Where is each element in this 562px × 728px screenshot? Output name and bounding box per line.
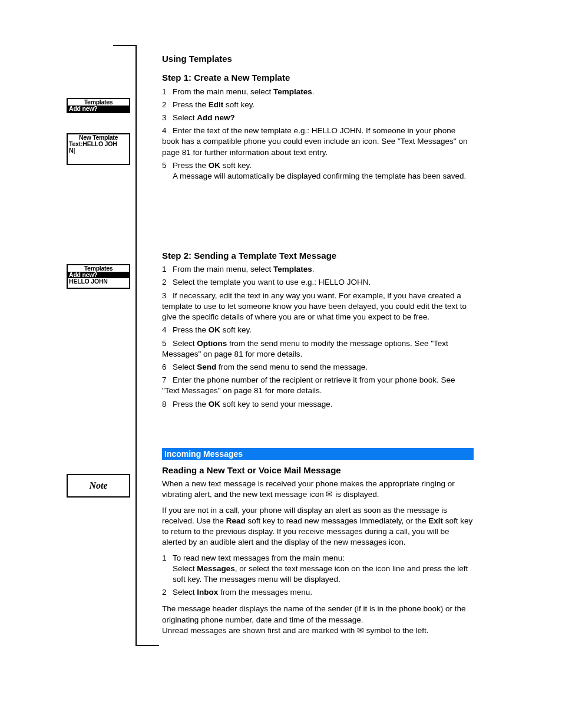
- list-item: 6Select Send from the send menu to send …: [162, 362, 474, 373]
- divider-bottom-cap: [135, 645, 159, 646]
- heading-read-new: Reading a New Text or Voice Mail Message: [162, 465, 474, 476]
- list-item: 3Select Add new?: [162, 113, 474, 123]
- list-item: 1To read new text messages from the main…: [162, 553, 474, 585]
- lcd-row: HELLO JOHN: [68, 278, 129, 285]
- vertical-divider: [135, 45, 137, 646]
- paragraph: When a new text message is received your…: [162, 479, 474, 500]
- list-item: 1From the main menu, select Templates.: [162, 264, 474, 275]
- step1-list: 1From the main menu, select Templates. 2…: [162, 87, 474, 182]
- list-item: 4Press the OK soft key.: [162, 325, 474, 335]
- paragraph: The message header displays the name of …: [162, 604, 474, 625]
- list-item: 8Press the OK soft key to send your mess…: [162, 399, 474, 410]
- section-bar-incoming-messages: Incoming Messages: [162, 448, 474, 460]
- list-item: 5Select Options from the send menu to mo…: [162, 338, 474, 360]
- lcd-row-selected: Add new?: [68, 106, 129, 112]
- divider-top-cap: [113, 45, 137, 46]
- step2-list: 1From the main menu, select Templates. 2…: [162, 264, 474, 410]
- list-item: 5Press the OK soft key.A message will au…: [162, 160, 474, 182]
- section-bar-label: Incoming Messages: [164, 449, 243, 459]
- list-item: 3If necessary, edit the text in any way …: [162, 291, 474, 323]
- list-item: 2Select the template you want to use e.g…: [162, 277, 474, 288]
- section-step2: Step 2: Sending a Template Text Message …: [162, 250, 474, 412]
- message-icon: ✉: [326, 490, 333, 499]
- section-incoming: Reading a New Text or Voice Mail Message…: [162, 463, 474, 636]
- note-callout-box: Note: [67, 474, 130, 498]
- lcd-text-line1: Text:HELLO JOH: [68, 141, 129, 147]
- section-using-templates: Using Templates Step 1: Create a New Tem…: [162, 53, 474, 184]
- heading-step2: Step 2: Sending a Template Text Message: [162, 250, 474, 262]
- list-item: 1From the main menu, select Templates.: [162, 87, 474, 97]
- lcd-text-line2: N|: [68, 147, 129, 154]
- lcd-new-template: New Template Text:HELLO JOH N|: [67, 133, 130, 165]
- list-item: 4Enter the text of the new template e.g.…: [162, 126, 474, 158]
- lcd-templates-addnew: Templates Add new?: [67, 98, 130, 113]
- heading-using-templates: Using Templates: [162, 53, 474, 65]
- incoming-steps: 1To read new text messages from the main…: [162, 553, 474, 598]
- note-paragraph: If you are not in a call, your phone wil…: [162, 505, 474, 548]
- lcd-templates-list: Templates Add new? HELLO JOHN: [67, 264, 130, 289]
- list-item: 2Press the Edit soft key.: [162, 100, 474, 110]
- note-label: Note: [89, 480, 107, 491]
- list-item: 2Select Inbox from the messages menu.: [162, 587, 474, 598]
- heading-step1: Step 1: Create a New Template: [162, 72, 474, 84]
- envelope-icon: ✉: [357, 626, 364, 635]
- list-item: 7Enter the phone number of the recipient…: [162, 375, 474, 396]
- paragraph: Unread messages are shown first and are …: [162, 625, 474, 636]
